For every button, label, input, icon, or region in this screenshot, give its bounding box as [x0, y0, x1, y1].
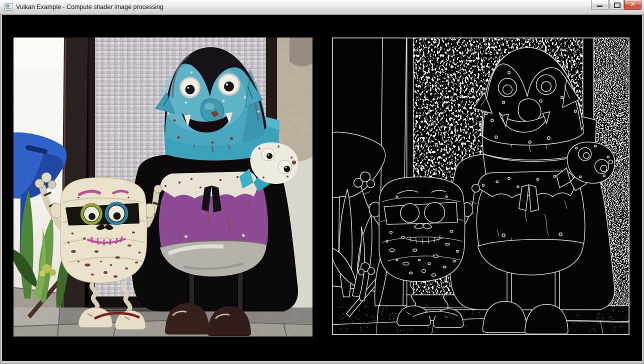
minimize-icon [597, 6, 602, 7]
close-icon: ✕ [624, 0, 641, 9]
processed-image [332, 38, 629, 334]
original-image [14, 38, 312, 336]
app-window: Vulkan Example - Compute shader image pr… [0, 0, 644, 364]
title-bar[interactable]: Vulkan Example - Compute shader image pr… [0, 0, 644, 15]
maximize-button[interactable] [609, 0, 624, 10]
window-title: Vulkan Example - Compute shader image pr… [16, 0, 164, 14]
original-image-pane [14, 38, 312, 336]
close-button[interactable]: ✕ [624, 0, 642, 10]
processed-image-pane [332, 38, 630, 335]
client-area [2, 15, 642, 361]
window-controls: ✕ [590, 0, 642, 10]
minimize-button[interactable] [591, 0, 608, 10]
app-icon [4, 4, 13, 11]
maximize-icon [614, 2, 620, 8]
